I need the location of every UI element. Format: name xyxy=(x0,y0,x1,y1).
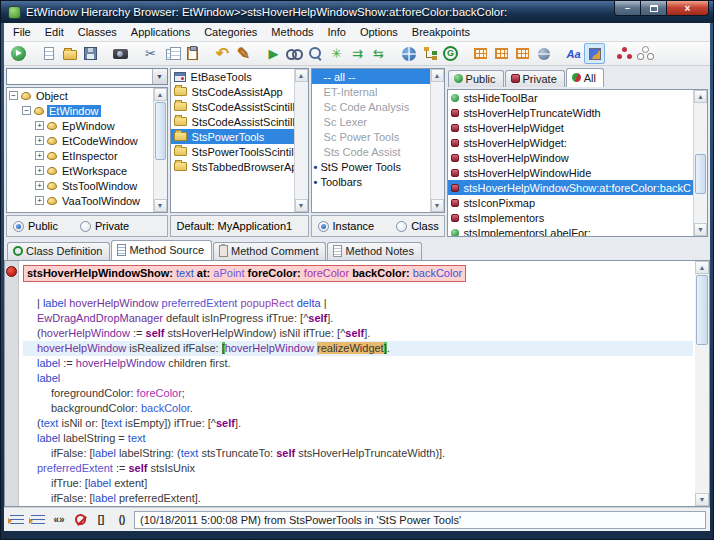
category-item-toolbars[interactable]: •Toolbars xyxy=(312,174,430,189)
indent-increase-icon[interactable] xyxy=(29,511,47,529)
radio-instance[interactable]: Instance xyxy=(318,220,393,232)
table-key-icon[interactable] xyxy=(491,43,512,64)
tree-item-etinspector[interactable]: +EtInspector xyxy=(7,148,153,163)
breakpoint-gutter[interactable] xyxy=(5,261,19,506)
tab-all[interactable]: All xyxy=(566,68,604,87)
scroll-up-icon[interactable]: ▲ xyxy=(154,88,167,101)
tab-method-source[interactable]: Method Source xyxy=(111,240,212,260)
menu-options[interactable]: Options xyxy=(353,24,405,40)
method-item-stshidetoolbar[interactable]: stsHideToolBar xyxy=(448,90,693,105)
menu-classes[interactable]: Classes xyxy=(71,24,124,40)
class-tree-scrollbar[interactable]: ▲ ▼ xyxy=(153,88,167,212)
step-connect-icon[interactable]: ⇉ xyxy=(347,43,368,64)
undo-icon[interactable]: ↶ xyxy=(212,43,233,64)
scroll-down-icon[interactable]: ▼ xyxy=(694,223,707,236)
scrollbar-thumb[interactable] xyxy=(155,102,166,160)
scrollbar-thumb[interactable] xyxy=(696,275,708,345)
application-item-etbasetools[interactable]: EtBaseTools xyxy=(171,69,294,84)
method-item-stshoverhelptruncatewidth[interactable]: stsHoverHelpTruncateWidth xyxy=(448,105,693,120)
run-button-icon[interactable] xyxy=(8,43,29,64)
debug-icon[interactable]: ✳ xyxy=(326,43,347,64)
chevron-down-icon[interactable]: ▼ xyxy=(152,69,167,84)
scroll-down-icon[interactable]: ▼ xyxy=(695,493,709,506)
method-item-stsimplementors[interactable]: stsImplementors xyxy=(448,210,693,225)
title-bar[interactable]: EtWindow Hierarchy Browser: EtWindow>>st… xyxy=(1,1,714,23)
expand-icon[interactable]: + xyxy=(35,166,44,175)
collapse-icon[interactable]: − xyxy=(22,106,31,115)
highlight-colors-icon[interactable] xyxy=(584,43,605,64)
new-document-icon[interactable] xyxy=(38,43,59,64)
menu-edit[interactable]: Edit xyxy=(38,24,71,40)
tab-class-definition[interactable]: Class Definition xyxy=(7,242,110,260)
category-item-sts-code-assist[interactable]: Sts Code Assist xyxy=(312,144,430,159)
expand-icon[interactable]: + xyxy=(35,136,44,145)
cut-icon[interactable]: ✂ xyxy=(140,43,161,64)
tab-method-comment[interactable]: Method Comment xyxy=(213,242,326,260)
implementors-icon[interactable] xyxy=(635,43,656,64)
category-item-sc-lexer[interactable]: Sc Lexer xyxy=(312,114,430,129)
table-grid-icon[interactable] xyxy=(512,43,533,64)
tab-public[interactable]: Public xyxy=(448,70,504,87)
application-item-stscodeassistapp[interactable]: StsCodeAssistApp xyxy=(171,84,294,99)
scroll-up-icon[interactable]: ▲ xyxy=(694,90,707,103)
application-item-stscodeassistscintillaco[interactable]: StsCodeAssistScintillaCo xyxy=(171,99,294,114)
category-item-sc-code-analysis[interactable]: Sc Code Analysis xyxy=(312,99,430,114)
menu-methods[interactable]: Methods xyxy=(264,24,320,40)
maximize-button[interactable] xyxy=(641,1,667,16)
class-filter-combobox[interactable]: ▼ xyxy=(6,68,168,85)
tree-item-ststoolwindow[interactable]: +StsToolWindow xyxy=(7,178,153,193)
no-sts-icon[interactable] xyxy=(71,511,89,529)
methods-scrollbar[interactable]: ▲ ▼ xyxy=(693,90,707,236)
world-icon[interactable] xyxy=(533,43,554,64)
run-selection-icon[interactable]: ▶ xyxy=(263,43,284,64)
category-item-sts-power-tools[interactable]: •StS Power Tools xyxy=(312,159,430,174)
category-item-all[interactable]: -- all -- xyxy=(312,69,430,84)
category-item-et-internal[interactable]: ET-Internal xyxy=(312,84,430,99)
method-item-stshoverhelpwidget[interactable]: stsHoverHelpWidget xyxy=(448,120,693,135)
tab-method-notes[interactable]: Method Notes xyxy=(327,242,421,260)
expand-icon[interactable]: + xyxy=(35,151,44,160)
hierarchy-icon[interactable] xyxy=(419,43,440,64)
method-item-stsimplementorslabelfor[interactable]: stsImplementorsLabelFor: xyxy=(448,225,693,237)
close-button[interactable]: × xyxy=(667,1,709,16)
minimize-button[interactable]: – xyxy=(614,1,641,16)
copy-icon[interactable] xyxy=(161,43,182,64)
tree-item-vaatoolwindow[interactable]: +VaaToolWindow xyxy=(7,193,153,208)
method-item-stshoverhelpwindow[interactable]: stsHoverHelpWindow xyxy=(448,150,693,165)
method-item-stshoverhelpwindowhide[interactable]: stsHoverHelpWindowHide xyxy=(448,165,693,180)
open-folder-icon[interactable] xyxy=(59,43,80,64)
parens-icon[interactable]: () xyxy=(113,511,131,529)
scroll-up-icon[interactable]: ▲ xyxy=(431,69,444,82)
expand-icon[interactable]: + xyxy=(35,196,44,205)
senders-icon[interactable] xyxy=(614,43,635,64)
application-item-stspowertools[interactable]: StsPowerTools xyxy=(171,129,294,144)
radio-private[interactable]: Private xyxy=(80,220,147,232)
expand-icon[interactable]: + xyxy=(35,181,44,190)
method-item-stsiconpixmap[interactable]: stsIconPixmap xyxy=(448,195,693,210)
tree-item-epwindow[interactable]: +EpWindow xyxy=(7,118,153,133)
brackets-icon[interactable]: [] xyxy=(92,511,110,529)
tree-item-etcodewindow[interactable]: +EtCodeWindow xyxy=(7,133,153,148)
scroll-up-icon[interactable]: ▲ xyxy=(695,261,709,274)
indent-decrease-icon[interactable] xyxy=(8,511,26,529)
globe-icon[interactable] xyxy=(398,43,419,64)
tree-item-etworkspace[interactable]: +EtWorkspace xyxy=(7,163,153,178)
applications-scrollbar[interactable]: ▲ ▼ xyxy=(294,69,308,212)
application-item-stscodeassistscintillale[interactable]: StsCodeAssistScintillaLe: xyxy=(171,114,294,129)
scroll-down-icon[interactable]: ▼ xyxy=(154,199,167,212)
category-item-sc-power-tools[interactable]: Sc Power Tools xyxy=(312,129,430,144)
menu-applications[interactable]: Applications xyxy=(124,24,197,40)
categories-list[interactable]: -- all --ET-InternalSc Code AnalysisSc L… xyxy=(311,68,445,213)
menu-file[interactable]: File xyxy=(6,24,38,40)
screenshot-icon[interactable] xyxy=(110,43,131,64)
menu-info[interactable]: Info xyxy=(321,24,353,40)
tab-private[interactable]: Private xyxy=(505,70,565,87)
methods-list[interactable]: stsHideToolBarstsHoverHelpTruncateWidths… xyxy=(447,89,708,237)
brush-icon[interactable]: ✎ xyxy=(233,43,254,64)
breakpoint-icon[interactable] xyxy=(6,266,17,277)
application-item-ststabbedbrowserapp[interactable]: StsTabbedBrowserApp xyxy=(171,159,294,174)
scroll-up-icon[interactable]: ▲ xyxy=(295,69,308,82)
class-tree[interactable]: −Object−EtWindow+EpWindow+EtCodeWindow+E… xyxy=(6,87,168,213)
step-branch-icon[interactable]: ⇆ xyxy=(368,43,389,64)
collapse-icon[interactable]: − xyxy=(9,91,18,100)
